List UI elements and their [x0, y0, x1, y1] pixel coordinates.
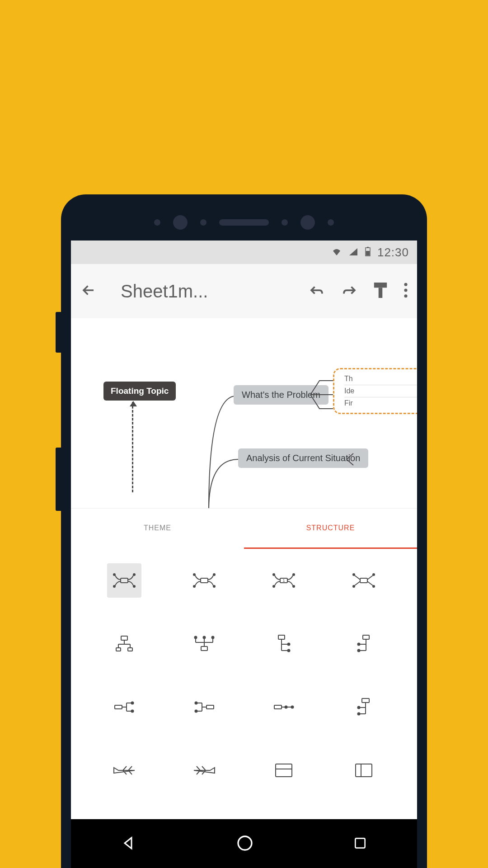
- connector-line: [206, 392, 238, 508]
- structure-options-grid: 1: [71, 549, 417, 811]
- svg-rect-42: [115, 705, 122, 709]
- svg-point-37: [288, 643, 290, 646]
- phone-device-frame: 12:30 Sheet1m...: [61, 194, 427, 868]
- svg-rect-29: [121, 636, 127, 640]
- structure-option-fishbone-left[interactable]: [84, 752, 164, 788]
- nav-home-icon[interactable]: [236, 834, 254, 854]
- svg-rect-13: [201, 578, 208, 583]
- svg-point-17: [213, 585, 215, 587]
- structure-option-tree-left[interactable]: [324, 626, 404, 662]
- svg-point-23: [293, 585, 295, 587]
- svg-point-22: [273, 585, 275, 587]
- structure-option-orgchart-down[interactable]: [84, 626, 164, 662]
- document-title[interactable]: Sheet1m...: [110, 281, 296, 302]
- svg-point-50: [291, 706, 294, 708]
- structure-option-map-anticlockwise[interactable]: 1: [244, 562, 324, 599]
- structure-option-map-balanced[interactable]: [84, 562, 164, 599]
- svg-point-26: [373, 574, 375, 576]
- structure-option-spreadsheet-row[interactable]: [244, 752, 324, 788]
- svg-rect-59: [356, 838, 365, 848]
- android-navbar: [71, 819, 417, 868]
- structure-option-timeline-right[interactable]: [244, 689, 324, 725]
- app-toolbar: Sheet1m...: [71, 264, 417, 318]
- format-icon[interactable]: [374, 283, 387, 300]
- svg-point-52: [357, 707, 360, 709]
- phone-screen: 12:30 Sheet1m...: [71, 241, 417, 819]
- structure-option-logic-left[interactable]: [164, 689, 244, 725]
- structure-option-spreadsheet-col[interactable]: [324, 752, 404, 788]
- svg-rect-48: [274, 705, 282, 709]
- more-icon[interactable]: [404, 283, 408, 300]
- svg-point-21: [293, 574, 295, 576]
- svg-point-44: [131, 710, 134, 712]
- structure-option-tree-right[interactable]: [244, 626, 324, 662]
- tab-structure[interactable]: STRUCTURE: [244, 509, 417, 549]
- side-button: [56, 312, 61, 353]
- tab-theme[interactable]: THEME: [71, 509, 244, 549]
- svg-point-25: [353, 574, 355, 576]
- nav-back-icon[interactable]: [121, 835, 137, 853]
- back-icon[interactable]: [80, 282, 97, 301]
- svg-point-5: [404, 283, 407, 286]
- clock-text: 12:30: [377, 245, 409, 259]
- svg-rect-2: [366, 251, 370, 255]
- svg-rect-32: [201, 646, 207, 651]
- svg-point-35: [211, 637, 214, 639]
- mindmap-canvas[interactable]: Floating Topic What's the Problem Analys…: [71, 318, 417, 508]
- structure-option-logic-right[interactable]: [84, 689, 164, 725]
- svg-point-7: [404, 294, 407, 297]
- svg-rect-1: [367, 247, 369, 248]
- structure-option-fishbone-right[interactable]: [164, 752, 244, 788]
- phone-speaker: [71, 204, 417, 241]
- svg-rect-24: [360, 578, 367, 583]
- undo-icon[interactable]: [309, 284, 325, 298]
- svg-rect-45: [206, 705, 214, 709]
- svg-rect-30: [116, 648, 121, 651]
- sub-topic[interactable]: Fir: [344, 397, 417, 409]
- svg-point-34: [203, 637, 205, 639]
- structure-option-map-variant[interactable]: [324, 562, 404, 599]
- sub-topic[interactable]: Ide: [344, 385, 417, 397]
- svg-point-43: [131, 702, 134, 704]
- wifi-icon: [331, 245, 342, 259]
- svg-rect-36: [278, 635, 285, 639]
- statusbar: 12:30: [71, 241, 417, 264]
- sub-topic-group[interactable]: Th Ide Fir: [333, 368, 417, 414]
- svg-point-58: [238, 836, 252, 850]
- svg-point-15: [213, 574, 215, 576]
- nav-recent-icon[interactable]: [353, 836, 367, 852]
- structure-option-tree-table[interactable]: [324, 689, 404, 725]
- svg-rect-31: [128, 648, 132, 651]
- svg-point-14: [193, 574, 195, 576]
- svg-point-6: [404, 288, 407, 292]
- svg-point-49: [285, 706, 287, 708]
- side-button: [56, 448, 61, 511]
- svg-text:1: 1: [283, 578, 285, 583]
- sub-topic[interactable]: Th: [344, 373, 417, 385]
- cellular-icon: [348, 245, 358, 259]
- svg-point-9: [113, 574, 115, 576]
- svg-point-12: [133, 585, 135, 587]
- floating-topic-node[interactable]: Floating Topic: [103, 382, 176, 401]
- svg-rect-56: [356, 764, 372, 777]
- battery-icon: [365, 245, 371, 259]
- svg-point-47: [195, 710, 197, 712]
- connector-fork: [347, 453, 365, 466]
- svg-point-46: [195, 702, 197, 704]
- svg-point-38: [288, 650, 290, 652]
- svg-point-11: [113, 585, 115, 587]
- svg-point-41: [357, 650, 360, 652]
- svg-point-40: [357, 643, 360, 646]
- structure-option-map-clockwise[interactable]: [164, 562, 244, 599]
- bottom-panel-tabs: THEME STRUCTURE: [71, 508, 417, 549]
- svg-rect-54: [276, 764, 292, 777]
- svg-rect-8: [121, 578, 128, 583]
- svg-point-20: [273, 574, 275, 576]
- svg-rect-3: [374, 283, 387, 288]
- relationship-arrow: [132, 402, 133, 492]
- svg-point-27: [353, 585, 355, 587]
- structure-option-orgchart-up[interactable]: [164, 626, 244, 662]
- svg-point-28: [373, 585, 375, 587]
- svg-point-16: [193, 585, 195, 587]
- redo-icon[interactable]: [341, 284, 357, 298]
